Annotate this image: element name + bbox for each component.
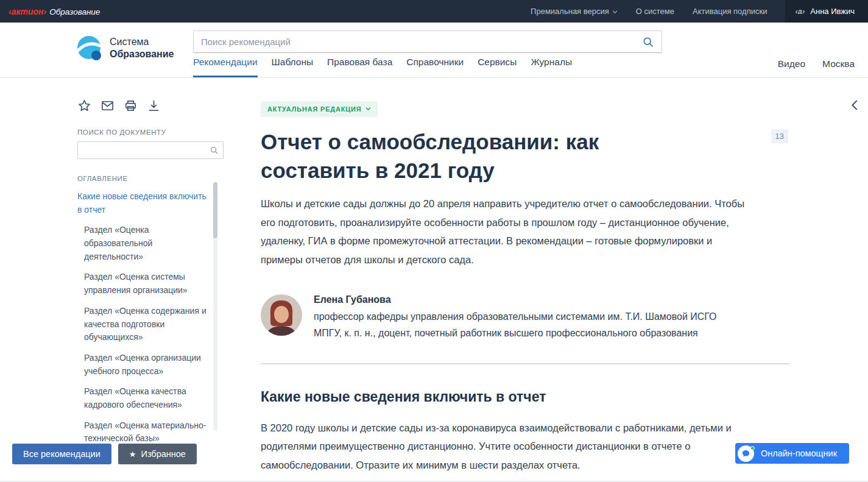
user-menu[interactable]: ‹а› Анна Ивжич [785, 0, 868, 23]
premium-version-link[interactable]: Премиальная версия [531, 7, 618, 16]
online-status-dot [750, 446, 755, 450]
toc-scrollbar [213, 182, 217, 431]
mail-icon[interactable] [101, 99, 115, 113]
aktion-brand-product: Образование [49, 7, 100, 16]
favorites-button-label: Избранное [141, 449, 185, 459]
toc-item[interactable]: Раздел «Оценка организации учебного проц… [77, 352, 210, 378]
author-block: Елена Губанова профессор кафедры управле… [261, 294, 789, 341]
author-info: Елена Губанова профессор кафедры управле… [314, 294, 728, 341]
aktion-brand-mark: ‹актион› [9, 7, 46, 16]
online-helper-button[interactable]: Онлайн-помощник [735, 443, 849, 464]
section-paragraph: В 2020 году школы и детские сады из-за к… [261, 419, 742, 475]
site-logo[interactable]: Система Образование [76, 34, 174, 62]
search-input[interactable] [194, 31, 635, 52]
document-sidebar: ПОИСК ПО ДОКУМЕНТУ ОГЛАВЛЕНИЕ Какие новы… [77, 99, 224, 453]
doc-search-input[interactable] [78, 142, 205, 158]
topbar-links: Премиальная версия О системе Активация п… [531, 0, 868, 23]
tab-services[interactable]: Сервисы [478, 57, 517, 77]
toc-item[interactable]: Какие новые сведения включить в отчет [77, 190, 210, 216]
video-link[interactable]: Видео [778, 58, 805, 69]
chevron-down-icon [612, 10, 618, 14]
document-actions [77, 99, 224, 113]
toc-item[interactable]: Раздел «Оценка качества кадрового обеспе… [77, 385, 210, 411]
toc-item[interactable]: Раздел «Оценка системы управления органи… [77, 271, 210, 297]
user-name: Анна Ивжич [810, 7, 855, 16]
tab-legal-base[interactable]: Правовая база [327, 57, 392, 77]
tab-reference-books[interactable]: Справочники [406, 57, 464, 77]
main-nav: Рекомендации Шаблоны Правовая база Справ… [193, 57, 572, 77]
online-helper-label: Онлайн-помощник [761, 448, 837, 458]
tab-recommendations[interactable]: Рекомендации [193, 57, 258, 77]
aktion-user-icon: ‹а› [795, 7, 805, 16]
edition-badge[interactable]: АКТУАЛЬНАЯ РЕДАКЦИЯ [261, 101, 378, 117]
about-system-link[interactable]: О системе [636, 7, 674, 16]
edition-badge-label: АКТУАЛЬНАЯ РЕДАКЦИЯ [267, 105, 361, 113]
all-recommendations-button[interactable]: Все рекомендации [12, 444, 111, 464]
doc-search [77, 141, 224, 159]
author-avatar [261, 294, 302, 336]
chat-bubble-icon [738, 445, 754, 462]
section-divider [261, 363, 789, 364]
aktion-logo[interactable]: ‹актион› Образование [9, 7, 100, 16]
toc-item[interactable]: Раздел «Оценка материально-технической б… [77, 419, 210, 445]
sidebar-footer-buttons: Все рекомендации ★ Избранное [12, 444, 197, 464]
app-window: ‹актион› Образование Премиальная версия … [0, 0, 868, 482]
topbar: ‹актион› Образование Премиальная версия … [0, 0, 868, 23]
header-right-links: Видео Москва [778, 58, 855, 69]
search-icon[interactable] [635, 31, 662, 52]
tab-templates[interactable]: Шаблоны [272, 57, 314, 77]
main-search [193, 30, 662, 53]
doc-search-icon[interactable] [205, 146, 223, 155]
region-link[interactable]: Москва [822, 58, 855, 69]
subscription-activation-link[interactable]: Активация подписки [693, 7, 767, 16]
favorite-star-icon[interactable] [77, 99, 91, 113]
section-heading: Какие новые сведения включить в отчет [261, 389, 789, 405]
page-title: Отчет о самообследовании: как составить … [261, 128, 687, 185]
star-icon: ★ [129, 450, 136, 459]
download-icon[interactable] [147, 99, 161, 113]
comments-counter[interactable]: 13 [771, 129, 788, 143]
collapse-panel-chevron-left-icon[interactable] [852, 100, 860, 111]
globe-icon [76, 34, 104, 62]
logo-text: Система Образование [110, 36, 174, 60]
logo-line1: Система [110, 36, 174, 48]
toc-item[interactable]: Раздел «Оценка образовательной деятельно… [77, 224, 210, 263]
doc-search-label: ПОИСК ПО ДОКУМЕНТУ [77, 129, 224, 136]
article: АКТУАЛЬНАЯ РЕДАКЦИЯ 13 Отчет о самообсле… [261, 101, 789, 474]
toc-label: ОГЛАВЛЕНИЕ [77, 175, 224, 182]
toc-item[interactable]: Раздел «Оценка содержания и качества под… [77, 305, 210, 344]
favorites-button[interactable]: ★ Избранное [118, 444, 197, 464]
logo-line2: Образование [110, 48, 174, 60]
chevron-down-icon [365, 107, 371, 111]
site-header: Система Образование Рекомендации Шаблоны… [0, 23, 868, 78]
premium-version-label: Премиальная версия [531, 7, 609, 16]
author-name: Елена Губанова [314, 294, 728, 305]
printer-icon[interactable] [124, 99, 138, 113]
toc-scrollbar-thumb[interactable] [213, 182, 217, 238]
table-of-contents: Какие новые сведения включить в отчет Ра… [77, 190, 210, 445]
article-lead: Школы и детские сады должны до 20 апреля… [261, 194, 745, 269]
author-bio: профессор кафедры управления образовател… [314, 309, 728, 341]
tab-journals[interactable]: Журналы [531, 57, 572, 77]
